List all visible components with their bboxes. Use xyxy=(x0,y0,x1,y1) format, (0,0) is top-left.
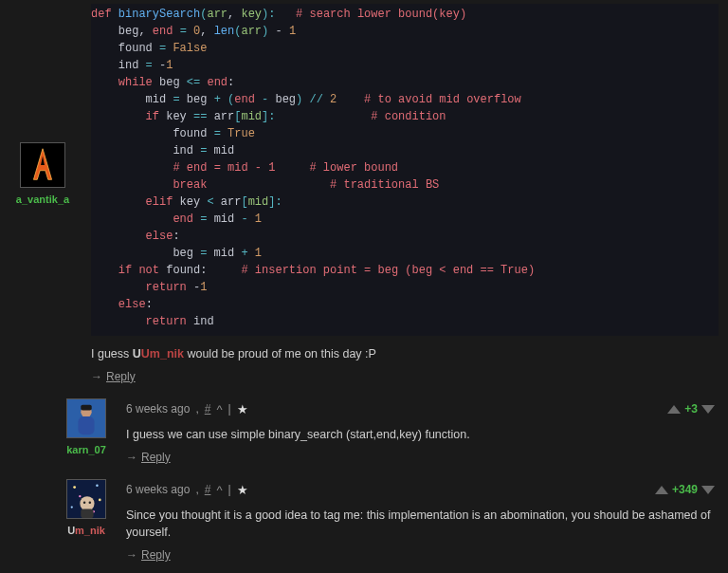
svg-point-9 xyxy=(99,498,101,501)
comment-text-suffix: would be proud of me on this day :P xyxy=(184,347,376,360)
code-block: def binarySearch(arr, key): # search low… xyxy=(91,4,719,336)
reply-row: →Reply xyxy=(126,451,719,464)
comment-meta: 6 weeks ago, # ^ | ★ +349 xyxy=(126,475,719,497)
svg-point-10 xyxy=(71,506,73,508)
separator: | xyxy=(228,402,231,416)
username[interactable]: Um_nik xyxy=(52,525,120,536)
svg-rect-3 xyxy=(78,416,94,434)
downvote-icon[interactable] xyxy=(701,486,715,494)
reply-arrow-icon: → xyxy=(126,451,137,464)
avatar[interactable] xyxy=(66,398,106,438)
comment-reply: Um_nik 6 weeks ago, # ^ | ★ +349 Since y… xyxy=(52,471,728,563)
parent-link-icon[interactable]: ^ xyxy=(216,402,222,416)
comment-text-prefix: I guess xyxy=(91,347,133,360)
parent-link-icon[interactable]: ^ xyxy=(216,483,222,497)
vote-score: +349 xyxy=(672,483,698,496)
reply-row: →Reply xyxy=(91,370,719,383)
svg-point-14 xyxy=(83,501,85,503)
comment-root: a_vantik_a def binarySearch(arr, key): #… xyxy=(0,0,728,383)
comment-body: def binarySearch(arr, key): # search low… xyxy=(85,0,728,383)
avatar[interactable] xyxy=(20,142,65,188)
svg-point-7 xyxy=(96,484,98,486)
favorite-icon[interactable]: ★ xyxy=(237,402,248,416)
permalink-icon[interactable]: # xyxy=(205,483,211,496)
username[interactable]: karn_07 xyxy=(52,444,120,455)
svg-point-15 xyxy=(89,501,91,503)
reply-arrow-icon: → xyxy=(126,548,137,562)
comment-meta: 6 weeks ago, # ^ | ★ +3 xyxy=(126,395,719,416)
reply-arrow-icon: → xyxy=(91,370,102,383)
downvote-icon[interactable] xyxy=(701,405,715,414)
upvote-icon[interactable] xyxy=(655,486,668,494)
vote-box: +3 xyxy=(667,402,719,416)
mention[interactable]: Um_nik xyxy=(141,347,184,360)
separator: | xyxy=(228,483,231,496)
avatar-column: Um_nik xyxy=(52,471,120,563)
favorite-icon[interactable]: ★ xyxy=(237,483,248,497)
comment-text: I guess we can use simple binary_search … xyxy=(126,426,719,444)
vote-score: +3 xyxy=(684,402,698,416)
comment-body: 6 weeks ago, # ^ | ★ +3 I guess we can u… xyxy=(120,391,728,464)
reply-link[interactable]: Reply xyxy=(141,548,171,562)
permalink-icon[interactable]: # xyxy=(205,402,211,416)
avatar-column: a_vantik_a xyxy=(0,0,85,383)
vote-box: +349 xyxy=(655,483,719,496)
comment-reply: karn_07 6 weeks ago, # ^ | ★ +3 I guess … xyxy=(52,391,728,464)
comment-time: 6 weeks ago xyxy=(126,402,190,416)
avatar[interactable] xyxy=(66,479,106,519)
comment-text: I guess UUm_nik would be proud of me on … xyxy=(91,345,719,363)
svg-point-12 xyxy=(80,496,94,510)
avatar-column: karn_07 xyxy=(52,391,120,464)
username[interactable]: a_vantik_a xyxy=(0,194,85,205)
comment-text: Since you thought it is a good idea to t… xyxy=(126,507,719,543)
reply-row: →Reply xyxy=(126,548,719,562)
svg-rect-13 xyxy=(81,508,93,518)
reply-link[interactable]: Reply xyxy=(141,451,171,464)
svg-rect-4 xyxy=(81,404,91,410)
comment-body: 6 weeks ago, # ^ | ★ +349 Since you thou… xyxy=(120,471,728,563)
svg-point-6 xyxy=(73,486,76,489)
comment-time: 6 weeks ago xyxy=(126,483,190,496)
svg-point-8 xyxy=(79,495,81,497)
reply-link[interactable]: Reply xyxy=(106,370,136,383)
upvote-icon[interactable] xyxy=(667,405,681,414)
